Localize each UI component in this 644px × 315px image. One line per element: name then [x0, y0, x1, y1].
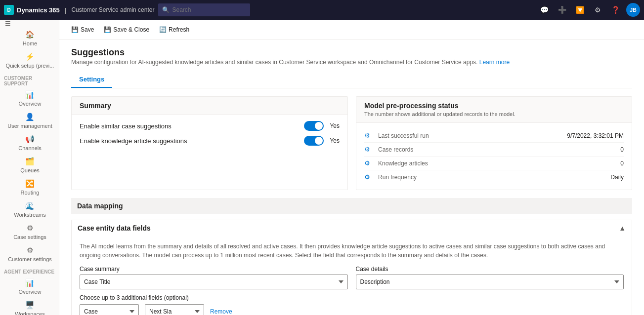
case-details-select[interactable]: Description: [356, 275, 624, 289]
sidebar-item-user-management[interactable]: 👤 User management: [0, 110, 59, 132]
remove-field-link[interactable]: Remove: [210, 308, 232, 315]
toggle-knowledge-articles-switch[interactable]: [304, 136, 324, 146]
channels-icon: 📢: [25, 135, 35, 144]
sidebar: ☰ 🏠 Home ⚡ Quick setup (previ... Custome…: [0, 20, 59, 315]
case-records-value: 0: [620, 146, 624, 153]
sidebar-item-label: Quick setup (previ...: [6, 63, 54, 69]
settings-icon[interactable]: ⚙: [591, 3, 604, 17]
sidebar-item-label: Workstreams: [14, 212, 46, 218]
sidebar-item-workstreams[interactable]: 🌊 Workstreams: [0, 198, 59, 221]
refresh-icon: 🔄: [159, 26, 167, 33]
add-icon[interactable]: ➕: [555, 3, 569, 17]
search-bar-wrap: 🔍: [158, 3, 306, 16]
sidebar-item-label: Queues: [20, 167, 40, 173]
case-entity-body: The AI model learns from the summary and…: [71, 236, 632, 315]
model-status-row-last-run: ⚙ Last successful run 9/7/2022, 3:32:01 …: [364, 129, 624, 143]
sidebar-item-customer-settings[interactable]: ⚙ Customer settings: [0, 243, 59, 265]
case-records-icon: ⚙: [364, 146, 374, 153]
case-entity-section: Case entity data fields ▲ The AI model l…: [71, 220, 632, 315]
sidebar-item-label: User management: [7, 123, 52, 129]
last-run-label: Last successful run: [378, 132, 563, 139]
model-status-header: Model pre-processing status The number s…: [356, 97, 632, 123]
sidebar-item-queues[interactable]: 🗂️ Queues: [0, 154, 59, 176]
optional-fields-label: Choose up to 3 additional fields (option…: [80, 294, 624, 301]
save-close-icon: 💾: [104, 26, 111, 33]
sidebar-item-channels[interactable]: 📢 Channels: [0, 132, 59, 154]
knowledge-articles-icon: ⚙: [364, 159, 374, 167]
home-icon: 🏠: [25, 30, 35, 39]
refresh-button[interactable]: 🔄 Refresh: [155, 24, 193, 35]
model-status-description: The number shows additional or updated r…: [364, 111, 515, 117]
sidebar-item-label: Case settings: [13, 234, 46, 240]
sidebar-item-quick-setup[interactable]: ⚡ Quick setup (previ...: [0, 49, 59, 72]
page-toolbar: 💾 Save 💾 Save & Close 🔄 Refresh: [59, 20, 644, 39]
sidebar-item-workspaces[interactable]: 🖥️ Workspaces: [0, 298, 59, 315]
model-status-row-frequency: ⚙ Run frequency Daily: [364, 170, 624, 184]
sidebar-item-label: Routing: [21, 190, 40, 196]
hamburger-icon: ☰: [5, 20, 11, 27]
model-status-table: ⚙ Last successful run 9/7/2022, 3:32:01 …: [364, 129, 624, 184]
save-icon: 💾: [71, 26, 79, 33]
workspaces-icon: 🖥️: [25, 301, 35, 310]
top-navigation-bar: D Dynamics 365 | Customer Service admin …: [0, 0, 644, 20]
case-entity-title: Case entity data fields: [78, 224, 151, 232]
save-close-button[interactable]: 💾 Save & Close: [100, 24, 153, 35]
collapse-icon[interactable]: ▲: [619, 224, 626, 232]
sidebar-item-home[interactable]: 🏠 Home: [0, 27, 59, 49]
tab-bar: Settings: [71, 72, 632, 88]
learn-more-link[interactable]: Learn more: [479, 59, 510, 66]
search-icon: 🔍: [162, 6, 170, 13]
case-summary-select[interactable]: Case Title: [80, 275, 348, 289]
case-records-label: Case records: [378, 146, 616, 153]
toggle-similar-cases-row: Enable similar case suggestions Yes: [80, 121, 340, 131]
brand-name: Dynamics 365: [17, 6, 60, 14]
save-button[interactable]: 💾 Save: [67, 24, 98, 35]
optional-field2-select[interactable]: Next Sla: [145, 304, 204, 315]
toggle-similar-cases-switch[interactable]: [304, 121, 324, 131]
summary-model-row: Summary Enable similar case suggestions …: [71, 96, 632, 190]
page-body: Suggestions Manage configuration for AI-…: [59, 39, 644, 315]
filter-icon[interactable]: 🔽: [573, 3, 587, 17]
data-mapping-title: Data mapping: [77, 202, 123, 210]
case-summary-details-row: Case summary Case Title Case details Des…: [80, 266, 624, 289]
last-run-value: 9/7/2022, 3:32:01 PM: [567, 132, 624, 139]
last-run-icon: ⚙: [364, 132, 374, 139]
model-status-row-knowledge: ⚙ Knowledge articles 0: [364, 157, 624, 170]
data-mapping-header[interactable]: Data mapping: [71, 198, 632, 214]
knowledge-articles-label: Knowledge articles: [378, 160, 616, 167]
page-title: Suggestions: [71, 47, 632, 58]
summary-panel-body: Enable similar case suggestions Yes Enab…: [72, 115, 347, 157]
sidebar-item-case-settings[interactable]: ⚙ Case settings: [0, 221, 59, 243]
toggle-similar-cases-label: Enable similar case suggestions: [80, 122, 298, 130]
run-frequency-value: Daily: [610, 174, 624, 181]
tab-settings[interactable]: Settings: [71, 72, 112, 88]
page-subtitle: Manage configuration for AI-suggested kn…: [71, 59, 632, 66]
summary-panel-header: Summary: [72, 97, 347, 115]
question-icon[interactable]: ❓: [608, 3, 622, 17]
toggle-similar-cases-value: Yes: [330, 122, 340, 129]
brand-logo: D Dynamics 365 | Customer Service admin …: [4, 5, 154, 15]
model-status-row-case-records: ⚙ Case records 0: [364, 143, 624, 157]
run-frequency-label: Run frequency: [378, 174, 606, 181]
hamburger-button[interactable]: ☰: [0, 20, 59, 27]
optional-field1-select[interactable]: Case: [80, 304, 139, 315]
queues-icon: 🗂️: [25, 157, 35, 166]
case-summary-group: Case summary Case Title: [80, 266, 348, 289]
user-management-icon: 👤: [25, 113, 35, 121]
sidebar-item-routing[interactable]: 🔀 Routing: [0, 176, 59, 198]
help-icon[interactable]: 💬: [537, 3, 551, 17]
user-avatar[interactable]: JB: [626, 3, 640, 17]
model-status-body: ⚙ Last successful run 9/7/2022, 3:32:01 …: [356, 123, 632, 190]
dynamics-logo-icon: D: [4, 5, 14, 15]
sidebar-section-customer-support: Customer support: [0, 72, 59, 87]
search-input[interactable]: [158, 3, 250, 16]
case-summary-label: Case summary: [80, 266, 348, 273]
knowledge-articles-value: 0: [620, 160, 624, 167]
case-entity-description: The AI model learns from the summary and…: [80, 242, 624, 260]
sidebar-item-overview-ae[interactable]: 📊 Overview: [0, 276, 59, 298]
model-status-panel: Model pre-processing status The number s…: [356, 96, 632, 190]
case-entity-header[interactable]: Case entity data fields ▲: [71, 220, 632, 236]
overview-icon: 📊: [25, 90, 35, 99]
sidebar-item-overview-cs[interactable]: 📊 Overview: [0, 87, 59, 110]
run-frequency-icon: ⚙: [364, 173, 374, 181]
